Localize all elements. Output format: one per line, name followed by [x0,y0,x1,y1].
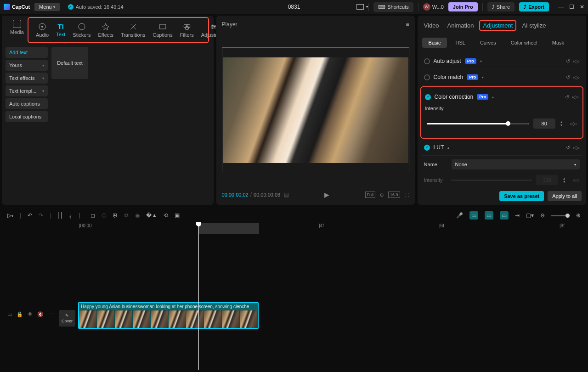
user-badge[interactable]: W W...0 [423,3,444,11]
toggle-auto-adjust[interactable] [424,58,430,64]
magnet2-icon[interactable]: ▭ [485,211,493,220]
prop-tab-video[interactable]: Video [424,22,439,29]
keyframe-nav-icon[interactable]: ‹◇› [573,74,580,80]
player-menu-icon[interactable]: ≡ [406,21,409,28]
zoom-slider[interactable] [551,215,570,216]
pointer-tool-icon[interactable]: ▷▾ [7,212,13,219]
copy-icon[interactable]: ⧉ [124,212,129,219]
eye-icon[interactable]: 👁 [28,311,33,317]
aspect-ratio[interactable]: 16:9 [388,192,400,198]
lock-icon[interactable]: 🔒 [17,311,23,317]
trim-right-icon[interactable]: ⎸ [79,212,84,219]
sidebar-auto-captions[interactable]: Auto captions [6,98,48,109]
trim-left-icon[interactable]: ⎷ [69,212,73,219]
tab-audio[interactable]: Audio [32,21,52,39]
clip-label: Happy young Asian businesswoman looking … [79,303,258,310]
tab-media[interactable]: Media [6,15,28,37]
minimize-icon[interactable]: — [558,4,564,10]
playhead[interactable] [198,223,199,370]
shortcuts-button[interactable]: ⌨ Shortcuts [373,2,413,12]
tab-stickers[interactable]: Stickers [69,21,94,39]
prop-tab-animation[interactable]: Animation [447,22,474,29]
tool-icon[interactable]: ⬡ [102,212,106,219]
magnet3-icon[interactable]: ▭ [500,211,509,220]
keyframe-nav-icon[interactable]: ‹◇› [573,58,580,64]
keyframe-nav-icon[interactable]: ‹◇› [573,145,580,151]
magnet1-icon[interactable]: ▭ [469,211,478,220]
reset-icon[interactable]: ↺ [566,58,570,64]
subtab-hsl[interactable]: HSL [449,38,471,48]
fullscreen-icon[interactable]: ⛶ [405,192,409,197]
prop-tab-ai[interactable]: AI stylize [522,22,546,29]
link-icon[interactable]: ⇥ [515,212,520,219]
sidebar-add-text[interactable]: Add text [6,47,48,58]
tab-transitions[interactable]: Transitions [117,21,149,39]
toggle-lut[interactable] [424,145,430,151]
more-icon[interactable]: ⋯ [48,311,53,317]
video-frame[interactable] [222,47,409,172]
mirror-icon[interactable]: �▲ [146,212,157,219]
redo-icon[interactable]: ↷ [39,212,43,219]
keyframe-nav-icon[interactable]: ‹◇› [572,94,579,100]
toggle-color-match[interactable] [424,74,430,80]
shield-icon[interactable]: ⛨ [113,212,118,219]
play-button[interactable]: ▶ [324,191,329,198]
color-correction-highlight: Color correction Pro ▴ ↺‹◇› Intensity ▲▼… [420,86,583,139]
list-icon[interactable]: ▤ [284,192,289,198]
intensity-slider[interactable] [427,123,529,124]
keyframe-nav-icon[interactable]: ‹◇› [570,121,577,127]
subtab-curves[interactable]: Curves [474,38,503,48]
prop-tab-adjustment[interactable]: Adjustment [479,20,516,31]
cover-button[interactable]: ✎ Cover [59,310,75,327]
sidebar-text-effects[interactable]: Text effects▾ [6,73,48,84]
tool-icon[interactable]: ◉ [135,212,140,219]
sidebar-local-captions[interactable]: Local captions [6,111,48,122]
row-lut[interactable]: LUT ▴ ↺‹◇› [422,140,582,156]
track-settings-icon[interactable]: ▭ [7,311,12,317]
reset-icon[interactable]: ↺ [566,145,570,151]
crop-icon[interactable]: ◻ [90,212,95,219]
intensity-stepper[interactable]: ▲▼ [560,120,565,127]
share-button[interactable]: ⤴ Share [487,2,514,11]
save-preset-button[interactable]: Save as preset [499,191,544,201]
join-pro-button[interactable]: Join Pro [448,2,478,11]
screen-icon[interactable]: ▢▾ [526,212,534,219]
tab-captions[interactable]: Captions [149,21,176,39]
video-clip[interactable]: Happy young Asian businesswoman looking … [78,302,259,329]
full-button[interactable]: Full [365,192,376,198]
crop2-icon[interactable]: ▣ [175,212,180,219]
sidebar-yours[interactable]: Yours▾ [6,60,48,71]
intensity-input[interactable] [533,118,555,129]
asset-default-text[interactable]: Default text [51,47,88,79]
tab-filters[interactable]: Filters [176,21,198,39]
row-auto-adjust[interactable]: Auto adjust Pro ▾ ↺‹◇› [422,53,582,69]
reset-icon[interactable]: ↺ [565,94,569,100]
row-color-match[interactable]: Color match Pro ▾ ↺‹◇› [422,69,582,85]
timeline-ruler[interactable]: |00:00 |4f |6f |8f [4,223,584,236]
maximize-icon[interactable]: ☐ [569,4,574,10]
menu-button[interactable]: Menu▾ [34,3,60,11]
reset-icon[interactable]: ↺ [566,74,570,80]
mute-icon[interactable]: 🔇 [37,311,44,317]
split-icon[interactable]: ⎮⎮ [57,212,63,219]
close-icon[interactable]: ✕ [580,4,584,10]
lut-select[interactable]: None▾ [452,159,580,169]
undo-icon[interactable]: ↶ [28,212,32,219]
apply-all-button[interactable]: Apply to all [548,191,582,201]
tab-effects[interactable]: Effects [94,21,117,39]
focus-icon[interactable]: ⊙ [380,192,384,197]
toggle-color-correction[interactable] [425,94,431,100]
subtab-mask[interactable]: Mask [546,38,571,48]
export-button[interactable]: ⤴ Export [519,2,549,11]
zoom-in-icon[interactable]: ⊕ [576,212,581,219]
subtab-wheel[interactable]: Color wheel [504,38,544,48]
row-color-correction[interactable]: Color correction Pro ▴ ↺‹◇› [423,89,581,105]
rotate-icon[interactable]: ⟲ [164,212,168,219]
sidebar-text-templates[interactable]: Text templ...▾ [6,85,48,96]
layout-icon[interactable]: ▾ [356,4,364,10]
mic-icon[interactable]: 🎤 [456,212,463,219]
zoom-out-icon[interactable]: ⊖ [540,212,545,219]
svg-point-2 [79,23,85,30]
subtab-basic[interactable]: Basic [422,38,447,48]
tab-text[interactable]: TIText [52,21,69,39]
